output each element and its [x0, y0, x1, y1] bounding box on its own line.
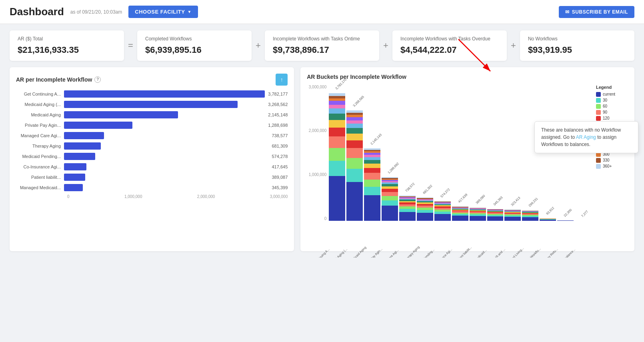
stacked-segment [329, 108, 345, 114]
bar-bottom-label: Therapy Aging [403, 245, 420, 258]
bar-fill [64, 122, 132, 129]
stacked-chart-title-row: AR Buckets per Incomplete Workflow [307, 74, 628, 80]
stacked-segment [504, 217, 521, 221]
chevron-down-icon: ▼ [187, 10, 191, 14]
bar-fill [64, 163, 86, 170]
stacked-bar-group: 93,912- Needs Workflo... [540, 218, 556, 221]
bar-track [64, 132, 269, 139]
bar-track [64, 174, 269, 181]
bar-track [64, 184, 269, 191]
bar-chart-card: AR per Incomplete Workflow ? ↑ Get Conti… [10, 67, 294, 251]
bar-chart-title: AR per Incomplete Workflow [16, 76, 92, 83]
bar-value: 2,145,148 [268, 112, 288, 117]
stacked-segment [329, 161, 345, 176]
stacked-segment [329, 114, 345, 120]
bar-value: 417,645 [272, 164, 288, 169]
stacked-segment [452, 216, 468, 220]
bar-fill [64, 174, 85, 181]
bar-fill [64, 101, 238, 108]
overdue-value: $4,544,222.07 [400, 45, 499, 55]
stacked-segment [364, 168, 380, 173]
stacked-bar-group: 3,782,170Get Continuing A... [329, 93, 345, 220]
stacked-chart-card: AR Buckets per Incomplete Workflow These… [300, 67, 634, 251]
choose-facility-label: CHOOSE FACILITY [135, 9, 185, 15]
legend-area: Legend current 30 60 90 120 150 180 210 … [596, 85, 628, 245]
bar-label: Medicaid Pending... [16, 154, 64, 159]
legend-color [596, 164, 601, 169]
upload-button[interactable]: ↑ [276, 74, 288, 86]
y-axis: 3,000,000 2,000,000 1,000,000 0 [307, 85, 329, 245]
bar-top-label: 323,413 [510, 196, 521, 207]
completed-value: $6,939,895.16 [145, 45, 244, 55]
bar-top-label: 417,639 [458, 193, 468, 204]
stacked-segment [346, 134, 363, 140]
stacked-segment [329, 176, 345, 220]
ar-aging-link[interactable]: AR Aging [576, 134, 596, 140]
stacked-segment [364, 157, 380, 160]
bar-track [64, 122, 266, 129]
bar-bottom-label: Assisted Living... [505, 246, 524, 258]
bar-value: 574,278 [272, 154, 288, 159]
stacked-bar-group: 1,288,692Private Pay Agin... [382, 177, 398, 220]
email-icon: ✉ [565, 9, 570, 15]
stacked-segment [417, 213, 433, 221]
bar-label: Therapy Aging [16, 144, 64, 148]
bar-top-label: 93,912 [545, 206, 555, 216]
operator-equals: = [124, 40, 137, 51]
stacked-segment [540, 220, 556, 221]
summary-card-completed: Completed Workflows $6,939,895.16 [137, 30, 252, 61]
stacked-segment [382, 200, 398, 206]
stacked-segment [346, 148, 363, 158]
stacked-bar-group: 323,413Medicare (A and ... [504, 210, 521, 220]
bar-top-label: 3,268,565 [352, 95, 365, 108]
bar-top-label: 681,302 [422, 184, 433, 195]
choose-facility-button[interactable]: CHOOSE FACILITY ▼ [128, 6, 198, 18]
bar-value: 3,268,562 [268, 102, 288, 107]
stacked-segment [364, 187, 380, 196]
ar-total-label: AR ($) Total [18, 36, 116, 42]
bar-track [64, 101, 266, 108]
bar-track [64, 153, 269, 160]
bar-row: Co-Insurance Agi... 417,645 [16, 163, 288, 170]
bar-value: 389,087 [272, 175, 288, 180]
stacked-segment [329, 101, 345, 105]
bar-top-label: 574,272 [440, 188, 451, 199]
bar-row: Get Continuing A... 3,782,177 [16, 90, 288, 98]
legend-color [596, 92, 601, 97]
legend-color [596, 104, 601, 109]
legend-item: 330 [596, 158, 628, 163]
stacked-segment [346, 182, 363, 220]
stacked-bar-group: 299,231Assisted Living... [522, 210, 538, 220]
legend-item: 60 [596, 104, 628, 109]
stacked-segment [329, 128, 345, 136]
bar-top-label: 1,288,692 [387, 162, 400, 175]
bar-row: Patient liabilit... 389,087 [16, 174, 288, 181]
bar-row: Medicaid Aging (... 3,268,562 [16, 101, 288, 108]
subscribe-by-email-button[interactable]: ✉ SUBSCRIBE BY EMAIL [559, 6, 634, 18]
bar-bottom-label: Medicare (A and ... [484, 247, 506, 257]
stacked-bar-group: 389,080Patient liabilit... [470, 208, 486, 221]
stacked-chart-area: 3,000,000 2,000,000 1,000,000 0 3,782,17… [307, 85, 628, 245]
stacked-segment [364, 160, 380, 164]
header-left: Dashboard as of 09/21/20, 10:03am CHOOSE… [10, 6, 198, 18]
legend-color [596, 98, 601, 103]
legend-title: Legend [596, 85, 628, 90]
stacked-segment [487, 216, 504, 220]
completed-label: Completed Workflows [145, 36, 244, 42]
bar-value: 738,577 [272, 133, 288, 138]
legend-label: 330 [603, 158, 610, 162]
stacked-segment [382, 189, 398, 192]
bar-track [64, 90, 266, 98]
legend-item: current [596, 92, 628, 97]
stacked-segment [382, 192, 398, 196]
stacked-segment [417, 210, 433, 213]
bar-label: Medicaid Aging (... [16, 102, 64, 107]
bar-axis: 0 1,000,000 2,000,000 3,000,000 [16, 194, 288, 199]
stacked-segment [399, 212, 416, 221]
stacked-segment [329, 136, 345, 148]
bar-row: Private Pay Agin... 1,288,698 [16, 122, 288, 129]
bar-top-label: 22,300 [563, 208, 572, 218]
info-icon[interactable]: ? [94, 76, 101, 83]
legend-color [596, 116, 601, 121]
stacked-segment [346, 120, 363, 124]
